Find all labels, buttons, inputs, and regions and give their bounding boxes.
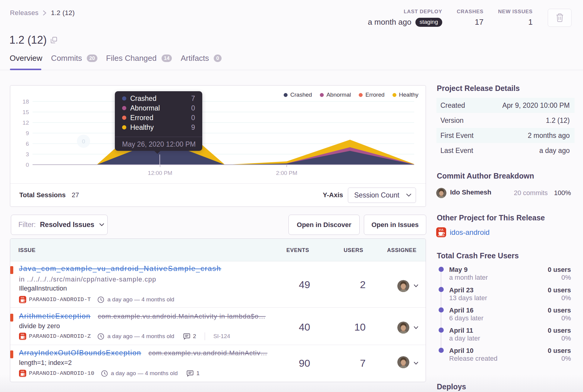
svg-text:12:00 PM: 12:00 PM <box>148 170 172 176</box>
svg-text:2:00 PM: 2:00 PM <box>276 170 298 176</box>
svg-text:9: 9 <box>26 130 29 136</box>
svg-text:12: 12 <box>23 120 29 126</box>
svg-text:3: 3 <box>26 151 29 157</box>
svg-text:0: 0 <box>26 162 29 168</box>
svg-text:6: 6 <box>26 141 29 147</box>
svg-text:0: 0 <box>82 138 85 145</box>
svg-text:15: 15 <box>23 109 29 115</box>
svg-text:18: 18 <box>23 98 29 105</box>
